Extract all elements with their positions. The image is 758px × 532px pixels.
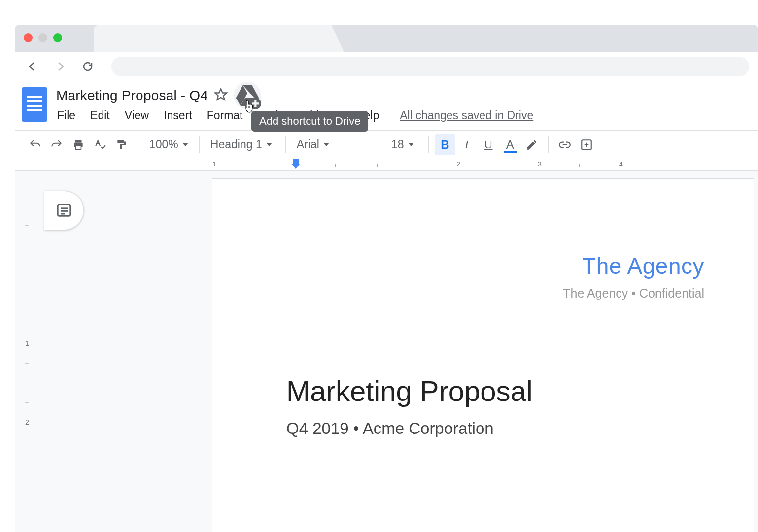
outline-icon <box>56 202 72 219</box>
italic-button[interactable]: I <box>456 134 477 155</box>
font-value: Arial <box>297 138 319 151</box>
redo-button[interactable] <box>46 134 67 155</box>
font-dropdown[interactable]: Arial <box>292 134 371 155</box>
spellcheck-button[interactable] <box>90 134 110 155</box>
menu-format[interactable]: Format <box>206 108 244 123</box>
paint-format-button[interactable] <box>111 134 132 155</box>
svg-rect-5 <box>117 140 124 143</box>
vertical-ruler[interactable]: 1 2 <box>22 196 33 532</box>
save-status[interactable]: All changes saved in Drive <box>400 109 533 122</box>
toolbar: 100% Heading 1 Arial 18 B I U A <box>15 131 758 159</box>
vruler-mark: 1 <box>22 339 33 347</box>
ruler-mark: 2 <box>456 160 460 168</box>
vruler-mark: 2 <box>22 418 33 426</box>
forward-button[interactable] <box>51 58 69 75</box>
tooltip-add-shortcut: Add shortcut to Drive <box>251 111 368 132</box>
reload-button[interactable] <box>79 58 97 75</box>
menu-edit[interactable]: Edit <box>89 108 111 123</box>
outline-toggle-button[interactable] <box>44 191 84 230</box>
page-heading: Marketing Proposal <box>286 374 714 407</box>
page-subheading: Q4 2019 • Acme Corporation <box>286 419 714 438</box>
drive-icon <box>234 82 261 109</box>
undo-button[interactable] <box>25 134 45 155</box>
style-dropdown[interactable]: Heading 1 <box>206 134 279 155</box>
ruler-mark: 4 <box>619 160 623 168</box>
bold-button[interactable]: B <box>435 134 455 155</box>
back-button[interactable] <box>24 58 41 75</box>
docs-logo-icon[interactable] <box>22 87 49 124</box>
document-page[interactable]: The Agency The Agency • Confidential Mar… <box>212 178 754 532</box>
page-confidential-line: The Agency • Confidential <box>286 286 704 300</box>
style-value: Heading 1 <box>210 138 262 151</box>
browser-tab-bar <box>15 25 758 52</box>
browser-nav-bar <box>15 52 758 81</box>
insert-link-button[interactable] <box>554 134 575 155</box>
add-to-drive-button[interactable] <box>234 82 261 109</box>
more-button[interactable] <box>576 134 597 155</box>
window-maximize-button[interactable] <box>53 33 62 42</box>
ruler-mark: 1 <box>212 160 216 168</box>
svg-marker-0 <box>215 89 226 100</box>
horizontal-ruler[interactable]: 1 2 3 4 <box>15 159 758 171</box>
star-icon[interactable] <box>214 88 228 103</box>
browser-tab[interactable] <box>94 25 350 52</box>
menu-view[interactable]: View <box>124 108 150 123</box>
window-minimize-button[interactable] <box>38 33 47 42</box>
window-close-button[interactable] <box>24 33 33 42</box>
left-indent-icon[interactable] <box>292 164 300 169</box>
page-company-name: The Agency <box>286 253 704 279</box>
editor-area: 1 2 The Agency The Agency • Confidential… <box>15 171 758 532</box>
text-color-button[interactable]: A <box>500 134 520 155</box>
print-button[interactable] <box>68 134 89 155</box>
font-size-value: 18 <box>391 138 404 151</box>
ruler-mark: 3 <box>538 160 542 168</box>
underline-button[interactable]: U <box>478 134 499 155</box>
menu-file[interactable]: File <box>56 108 76 123</box>
zoom-value: 100% <box>149 138 178 151</box>
docs-header: Marketing Proposal - Q4 <box>15 81 758 131</box>
url-bar[interactable] <box>111 57 749 76</box>
highlight-button[interactable] <box>521 134 542 155</box>
svg-rect-4 <box>76 146 81 150</box>
first-line-indent-icon[interactable] <box>293 159 299 164</box>
zoom-dropdown[interactable]: 100% <box>144 134 193 155</box>
font-size-dropdown[interactable]: 18 <box>383 134 422 155</box>
document-title[interactable]: Marketing Proposal - Q4 <box>56 88 208 103</box>
svg-rect-2 <box>75 140 82 142</box>
menu-insert[interactable]: Insert <box>163 108 193 123</box>
